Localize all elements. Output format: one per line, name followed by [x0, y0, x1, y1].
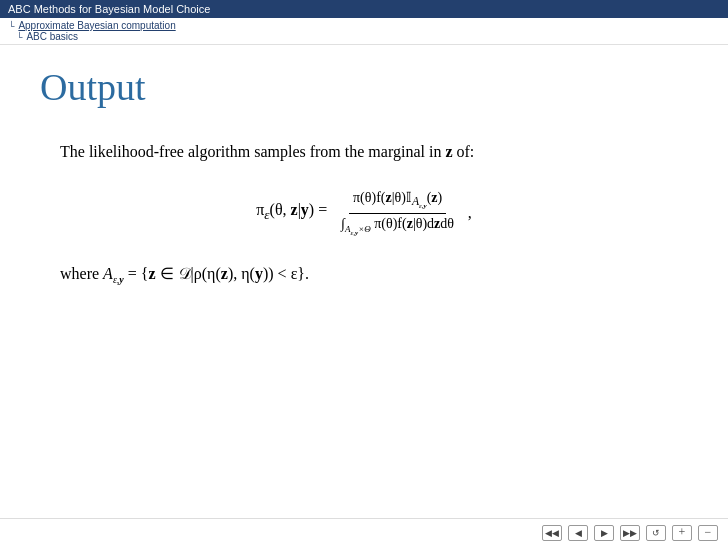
where-clause: where Aε,y = {z ∈ 𝒟|ρ(η(z), η(y)) < ε}.: [60, 260, 688, 289]
breadcrumb-level2[interactable]: ABC basics: [26, 31, 78, 42]
formula-y-bold: y: [301, 201, 309, 218]
breadcrumb-arrow1: └: [8, 21, 14, 31]
where-z2-bold: z: [221, 265, 228, 282]
nav-bar: ABC Methods for Bayesian Model Choice: [0, 0, 728, 18]
intro-text-1: The likelihood-free algorithm samples fr…: [60, 143, 445, 160]
breadcrumb-area: └ Approximate Bayesian computation └ ABC…: [0, 18, 728, 45]
nav-prev-prev-button[interactable]: ◀◀: [542, 525, 562, 541]
denom-subscript: Aε,y×Θ: [345, 224, 371, 234]
where-text-1: where: [60, 265, 103, 282]
formula-fraction: π(θ)f(z|θ)𝕀Aε,y(z) ∫Aε,y×Θ π(θ)f(z|θ)dzd…: [337, 189, 458, 237]
math-formula: πε(θ, z|y) = π(θ)f(z|θ)𝕀Aε,y(z) ∫Aε,y×Θ …: [256, 189, 472, 237]
where-z-bold: z: [148, 265, 155, 282]
zoom-out-button[interactable]: −: [698, 525, 718, 541]
breadcrumb-arrow2: └: [16, 32, 22, 42]
formula-lhs: πε(θ, z|y) =: [256, 201, 335, 218]
refresh-button[interactable]: ↺: [646, 525, 666, 541]
formula-z-bold: z: [291, 201, 298, 218]
num-z2-bold: z: [431, 190, 437, 205]
where-eq: = {z ∈ 𝒟|ρ(η(z), η(y)) < ε}.: [128, 265, 309, 282]
num-z-bold: z: [385, 190, 391, 205]
bottom-bar: ◀◀ ◀ ▶ ▶▶ ↺ + −: [0, 518, 728, 546]
formula-epsilon-sub: ε: [264, 208, 269, 223]
formula-denominator: ∫Aε,y×Θ π(θ)f(z|θ)dzdθ: [337, 214, 458, 237]
nav-prev-button[interactable]: ◀: [568, 525, 588, 541]
breadcrumb-sub: └ ABC basics: [16, 31, 720, 42]
nav-next-button[interactable]: ▶: [594, 525, 614, 541]
num-subscript: Aε,y: [412, 195, 427, 208]
section-title: Output: [40, 65, 688, 109]
formula-comma: ,: [464, 203, 472, 220]
formula-numerator: π(θ)f(z|θ)𝕀Aε,y(z): [349, 189, 446, 214]
breadcrumb-level1[interactable]: Approximate Bayesian computation: [18, 20, 175, 31]
math-formula-block: πε(θ, z|y) = π(θ)f(z|θ)𝕀Aε,y(z) ∫Aε,y×Θ …: [40, 189, 688, 237]
intro-text-2: of:: [452, 143, 474, 160]
main-content: Output The likelihood-free algorithm sam…: [0, 45, 728, 310]
breadcrumb: └ Approximate Bayesian computation: [8, 20, 720, 31]
where-y-bold: y: [255, 265, 263, 282]
intro-paragraph: The likelihood-free algorithm samples fr…: [60, 139, 688, 165]
denom-z-bold: z: [407, 216, 413, 231]
nav-title: ABC Methods for Bayesian Model Choice: [8, 3, 210, 15]
zoom-button[interactable]: +: [672, 525, 692, 541]
denom-z2-bold: z: [434, 216, 440, 231]
where-sub: ε,y: [113, 275, 124, 286]
nav-next-next-button[interactable]: ▶▶: [620, 525, 640, 541]
where-A: A: [103, 265, 113, 282]
